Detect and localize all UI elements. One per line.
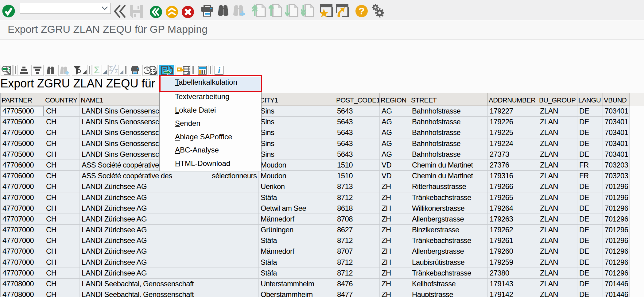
svg-text:?: ? [359, 6, 365, 17]
svg-text:i: i [218, 66, 220, 75]
